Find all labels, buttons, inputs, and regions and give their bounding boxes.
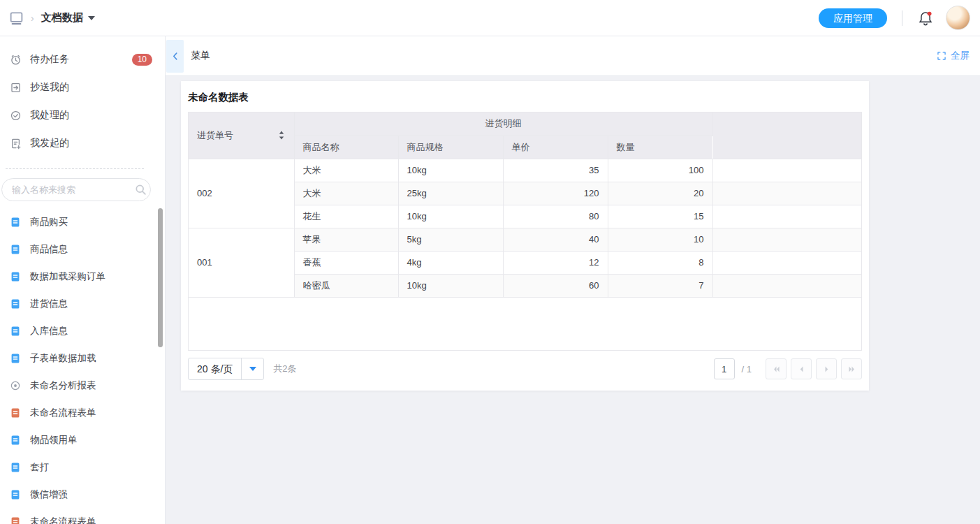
sidebar-task-item[interactable]: 待办任务10 xyxy=(0,45,165,73)
cell-qty: 10 xyxy=(608,228,712,251)
form-icon xyxy=(10,271,21,282)
cell-filler xyxy=(712,228,861,251)
sidebar-scrollbar[interactable] xyxy=(158,208,163,347)
avatar[interactable] xyxy=(946,6,970,30)
form-icon xyxy=(10,462,21,473)
total-pages-label: / 1 xyxy=(742,364,752,374)
search-input[interactable] xyxy=(12,184,135,195)
cell-filler xyxy=(712,205,861,228)
collapse-back-button[interactable] xyxy=(166,40,184,73)
cell-qty: 15 xyxy=(608,205,712,228)
last-page-button[interactable] xyxy=(841,358,862,379)
form-icon xyxy=(10,353,21,364)
form-label: 入库信息 xyxy=(30,325,68,337)
cell-qty: 8 xyxy=(608,251,712,274)
sidebar-form-item[interactable]: 数据加载采购订单 xyxy=(0,263,165,290)
fullscreen-button[interactable]: 全屏 xyxy=(937,50,970,62)
form-label: 未命名流程表单 xyxy=(30,516,96,524)
form-label: 商品信息 xyxy=(30,243,68,256)
cell-spec: 5kg xyxy=(398,228,503,251)
sidebar-form-item[interactable]: 进货信息 xyxy=(0,290,165,317)
cell-name: 花生 xyxy=(294,205,398,228)
prev-page-button[interactable] xyxy=(791,358,812,379)
task-label: 我处理的 xyxy=(30,109,69,122)
cell-price: 40 xyxy=(503,228,608,251)
fullscreen-icon xyxy=(937,51,946,61)
cell-price: 12 xyxy=(503,251,608,274)
page-number-input[interactable] xyxy=(714,358,735,379)
column-header-name[interactable]: 商品名称 xyxy=(294,136,398,159)
sidebar-form-item[interactable]: 套打 xyxy=(0,453,165,481)
form-label: 进货信息 xyxy=(30,298,68,310)
badge-count: 10 xyxy=(132,54,152,66)
report-icon xyxy=(10,380,21,391)
cell-name: 大米 xyxy=(294,182,398,205)
breadcrumb[interactable]: 文档数据 xyxy=(41,11,95,24)
sidebar-task-item[interactable]: 我处理的 xyxy=(0,101,165,129)
sidebar-task-list: 待办任务10抄送我的我处理的我发起的 xyxy=(0,45,165,157)
sidebar-form-item[interactable]: 子表单数据加载 xyxy=(0,344,165,372)
task-label: 待办任务 xyxy=(30,53,69,66)
column-header-price[interactable]: 单价 xyxy=(503,136,608,159)
page-title: 菜单 xyxy=(191,50,210,62)
cell-price: 120 xyxy=(503,182,608,205)
sort-icon[interactable] xyxy=(277,130,286,140)
data-table-wrapper: 进货单号 进货明细 xyxy=(188,112,862,351)
search-icon[interactable] xyxy=(135,184,147,196)
column-header-qty[interactable]: 数量 xyxy=(608,136,712,159)
next-page-button[interactable] xyxy=(816,358,837,379)
sidebar-form-item[interactable]: 微信增强 xyxy=(0,481,165,508)
form-label: 数据加载采购订单 xyxy=(30,270,105,283)
sidebar-form-item[interactable]: 商品信息 xyxy=(0,235,165,263)
cell-filler xyxy=(712,251,861,274)
cell-order-no: 001 xyxy=(189,228,294,297)
chevron-left-icon xyxy=(170,51,180,61)
cell-qty: 100 xyxy=(608,159,712,182)
form-label: 未命名流程表单 xyxy=(30,407,96,419)
sidebar-task-item[interactable]: 我发起的 xyxy=(0,129,165,157)
cell-name: 香蕉 xyxy=(294,251,398,274)
cell-spec: 4kg xyxy=(398,251,503,274)
breadcrumb-label: 文档数据 xyxy=(41,11,83,24)
notification-bell-icon[interactable] xyxy=(917,10,934,27)
column-header-order-no[interactable]: 进货单号 xyxy=(189,112,294,159)
sidebar-form-item[interactable]: 未命名流程表单 xyxy=(0,508,165,524)
topbar-divider xyxy=(902,10,902,26)
sidebar-form-item[interactable]: 入库信息 xyxy=(0,317,165,344)
cell-name: 苹果 xyxy=(294,228,398,251)
form-label: 物品领用单 xyxy=(30,434,78,446)
order-no-header-label: 进货单号 xyxy=(197,129,233,142)
form-icon xyxy=(10,298,21,310)
form-label: 未命名分析报表 xyxy=(30,379,96,392)
sidebar-form-item[interactable]: 未命名分析报表 xyxy=(0,372,165,399)
sidebar-form-item[interactable]: 商品购买 xyxy=(0,208,165,235)
sidebar-form-item[interactable]: 物品领用单 xyxy=(0,426,165,453)
column-header-spec[interactable]: 商品规格 xyxy=(398,136,503,159)
sidebar-divider xyxy=(6,168,144,169)
app-manage-button[interactable]: 应用管理 xyxy=(819,8,887,28)
page-size-select[interactable]: 20 条/页 xyxy=(188,358,264,380)
sidebar-task-item[interactable]: 抄送我的 xyxy=(0,73,165,101)
card-title: 未命名数据表 xyxy=(188,91,862,104)
pagination-bar: 20 条/页 共2条 / 1 xyxy=(188,358,862,380)
check-circle-icon xyxy=(10,110,22,122)
cell-order-no: 002 xyxy=(189,159,294,228)
form-icon xyxy=(10,516,21,524)
form-label: 商品购买 xyxy=(30,216,68,228)
page-size-label: 20 条/页 xyxy=(189,358,241,379)
content-header: 菜单 全屏 xyxy=(166,36,980,76)
first-page-button[interactable] xyxy=(766,358,787,379)
doc-plus-icon xyxy=(10,138,22,150)
form-icon xyxy=(10,489,21,500)
cell-name: 大米 xyxy=(294,159,398,182)
table-row[interactable]: 001苹果5kg4010 xyxy=(189,228,861,251)
cell-price: 35 xyxy=(503,159,608,182)
clock-icon xyxy=(10,54,22,66)
cell-price: 60 xyxy=(503,274,608,297)
form-icon xyxy=(10,407,21,419)
sidebar-form-item[interactable]: 未命名流程表单 xyxy=(0,399,165,426)
workbench-home-button[interactable] xyxy=(7,9,25,27)
select-caret-icon xyxy=(241,358,263,379)
table-row[interactable]: 002大米10kg35100 xyxy=(189,159,861,182)
chevron-down-icon xyxy=(88,16,95,20)
